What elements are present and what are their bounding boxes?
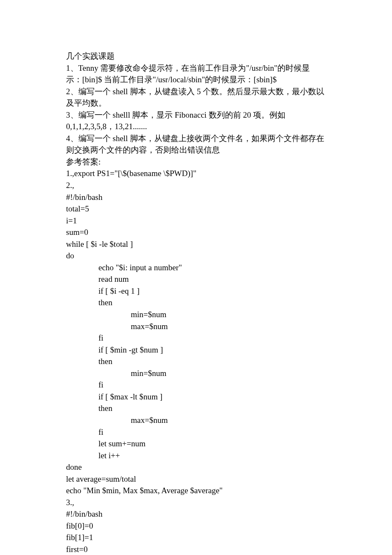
answers-label: 参考答案:: [66, 156, 326, 168]
answer-3-code: #!/bin/bash fib[0]=0 fib[1]=1 first=0 se…: [66, 508, 326, 555]
section-heading: 几个实践课题: [66, 50, 326, 62]
question-2: 2、编写一个 shell 脚本，从键盘读入 5 个数。然后显示最大数，最小数以及…: [66, 86, 326, 109]
answer-3-label: 3.,: [66, 497, 326, 509]
document-page: 几个实践课题 1、Tenny 需要修改命令提示符，在当前工作目录为"/usr/b…: [0, 0, 392, 555]
answer-1: 1.,export PS1="[\$(basename \$PWD)]": [66, 168, 326, 179]
question-3: 3、编写一个 shelll 脚本，显示 Fibonacci 数列的前 20 项。…: [66, 109, 326, 133]
answer-2-label: 2.,: [66, 179, 326, 191]
answer-2-code: #!/bin/bash total=5 i=1 sum=0 while [ $i…: [66, 191, 326, 497]
question-1: 1、Tenny 需要修改命令提示符，在当前工作目录为"/usr/bin"的时候显…: [66, 62, 326, 86]
question-4: 4、编写一个 shell 脚本，从键盘上接收两个文件名，如果两个文件都存在则交换…: [66, 133, 326, 156]
